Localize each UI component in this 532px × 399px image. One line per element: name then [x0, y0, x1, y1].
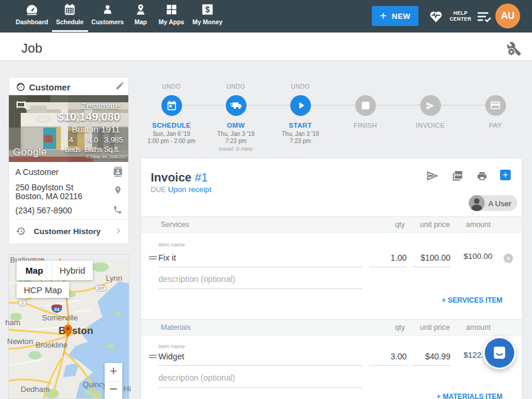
- svg-text:$: $: [205, 5, 210, 14]
- svg-text:PDF: PDF: [455, 173, 462, 177]
- svg-text:93: 93: [54, 307, 60, 312]
